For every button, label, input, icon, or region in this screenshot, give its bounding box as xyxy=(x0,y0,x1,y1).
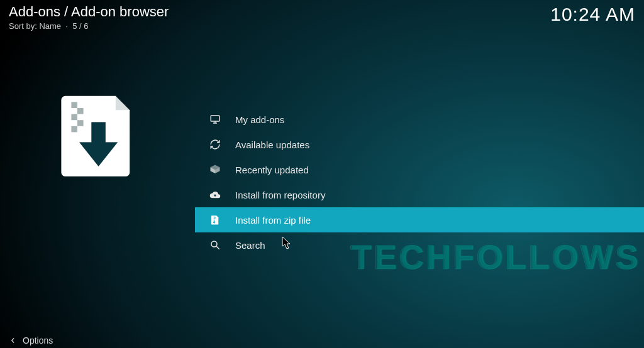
menu-item-search[interactable]: Search xyxy=(195,232,644,258)
svg-line-12 xyxy=(216,246,219,249)
menu-item-label: Search xyxy=(235,240,265,251)
menu-item-install-from-zip[interactable]: Install from zip file xyxy=(195,207,644,232)
download-zip-large-icon xyxy=(47,88,148,191)
svg-rect-1 xyxy=(77,108,84,114)
monitor-icon xyxy=(209,113,221,126)
cloud-download-icon xyxy=(209,188,221,201)
menu: My add-ons Available updates Recently up… xyxy=(195,107,644,258)
menu-item-label: Install from zip file xyxy=(235,215,311,226)
menu-item-label: Available updates xyxy=(235,139,309,150)
svg-rect-4 xyxy=(71,126,77,133)
svg-rect-2 xyxy=(71,114,77,121)
refresh-icon xyxy=(209,138,221,151)
clock: 10:24 AM xyxy=(550,4,635,25)
menu-item-label: My add-ons xyxy=(235,114,284,125)
svg-point-11 xyxy=(211,241,217,247)
options-label: Options xyxy=(23,335,53,345)
svg-rect-3 xyxy=(77,120,84,126)
options-button[interactable]: Options xyxy=(9,335,53,345)
sidebar xyxy=(0,0,195,348)
menu-item-recently-updated[interactable]: Recently updated xyxy=(195,157,644,182)
svg-rect-9 xyxy=(214,217,216,219)
arrow-left-icon xyxy=(9,336,18,345)
search-icon xyxy=(209,239,221,251)
menu-item-available-updates[interactable]: Available updates xyxy=(195,132,644,157)
svg-rect-5 xyxy=(211,116,219,121)
menu-item-label: Recently updated xyxy=(235,165,309,175)
box-open-icon xyxy=(209,163,221,176)
svg-rect-10 xyxy=(214,219,215,220)
svg-rect-0 xyxy=(71,102,77,108)
zip-file-icon xyxy=(209,214,221,226)
svg-rect-8 xyxy=(214,217,215,218)
menu-item-install-from-repository[interactable]: Install from repository xyxy=(195,182,644,207)
menu-item-my-addons[interactable]: My add-ons xyxy=(195,107,644,132)
menu-item-label: Install from repository xyxy=(235,190,325,200)
